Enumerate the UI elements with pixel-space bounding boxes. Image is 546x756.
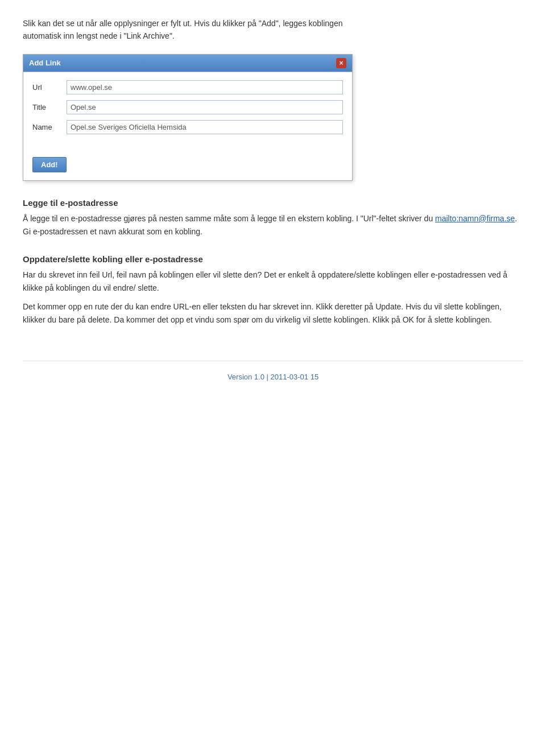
intro-paragraph: Slik kan det se ut når alle opplysninger…	[23, 17, 523, 43]
dialog-container: Add Link × Url Title Name	[23, 54, 523, 181]
dialog-title: Add Link	[29, 59, 61, 67]
name-row: Name	[32, 120, 343, 134]
dialog-footer: Add!	[23, 148, 352, 180]
update-section-heading: Oppdatere/slette kobling eller e-postadr…	[23, 254, 523, 264]
add-link-dialog: Add Link × Url Title Name	[23, 54, 353, 181]
title-row: Title	[32, 100, 343, 114]
version-bar: Version 1.0 | 2011-03-01 15	[23, 361, 523, 381]
email-section-para: Å legge til en e-postadresse gjøres på n…	[23, 212, 523, 238]
dialog-body: Url Title Name	[23, 72, 352, 148]
url-input[interactable]	[67, 80, 343, 94]
title-label: Title	[32, 103, 67, 111]
name-input[interactable]	[67, 120, 343, 134]
mailto-link[interactable]: mailto:namn@firma.se	[435, 214, 515, 223]
dialog-titlebar: Add Link ×	[23, 55, 352, 72]
url-row: Url	[32, 80, 343, 94]
version-text: Version 1.0 | 2011-03-01 15	[228, 373, 318, 381]
update-section-para2: Det kommer opp en rute der du kan endre …	[23, 300, 523, 327]
update-section-para1: Har du skrevet inn feil Url, feil navn p…	[23, 268, 523, 295]
url-label: Url	[32, 83, 67, 92]
title-input[interactable]	[67, 100, 343, 114]
name-label: Name	[32, 123, 67, 131]
dialog-close-button[interactable]: ×	[336, 58, 346, 68]
email-section-heading: Legge til e-postadresse	[23, 198, 523, 208]
add-button[interactable]: Add!	[32, 157, 67, 172]
